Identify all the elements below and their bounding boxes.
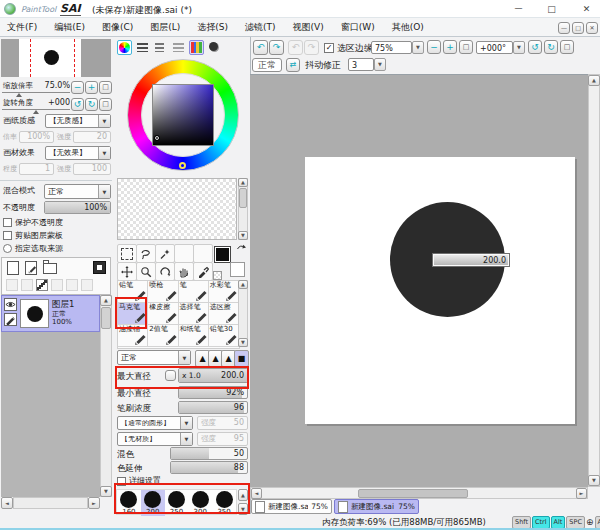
eyedropper-tool[interactable]	[193, 262, 213, 281]
nav-zoom-slider-marker[interactable]	[16, 93, 22, 97]
layer-list-hscrollbar[interactable]	[13, 497, 88, 509]
menu-view[interactable]: 视图(V)	[293, 23, 324, 32]
brush-pen[interactable]: 笔	[179, 281, 209, 303]
nav-zoom-in-button[interactable]: +	[85, 81, 98, 94]
foreground-color-swatch[interactable]	[214, 246, 231, 263]
swap-colors-icon[interactable]	[236, 244, 247, 253]
rgb-slider-tab[interactable]	[135, 40, 150, 55]
scroll-up-button[interactable]: ▲	[588, 75, 600, 86]
doc-minimize-button[interactable]: —	[558, 22, 570, 34]
nav-rotate-cw-button[interactable]: ↻	[85, 98, 98, 111]
scroll-down-button[interactable]: ▼	[588, 475, 600, 486]
scroll-left-button[interactable]: ◄	[251, 488, 262, 499]
layer-list-item[interactable]: 图层1 正常 100%	[1, 295, 100, 332]
merge-down-button[interactable]	[21, 279, 33, 291]
undo-button[interactable]: ↶	[253, 40, 268, 55]
scroll-left-button[interactable]: ◄	[1, 497, 13, 509]
minimize-button[interactable]: —	[510, 2, 527, 16]
paper-texture-select[interactable]: 【无质感】 ▼	[45, 114, 111, 128]
rect-select-tool[interactable]	[117, 244, 137, 263]
doc-close-button[interactable]: ✕	[586, 22, 598, 34]
brush-binary-pen[interactable]: 2值笔	[148, 325, 178, 347]
view-mode-button[interactable]: 正常	[252, 58, 282, 72]
preset-350[interactable]: 350	[212, 490, 236, 516]
rotate-cw-button[interactable]: ↻	[544, 40, 558, 54]
brush-min-size-slider[interactable]: 92%	[178, 386, 248, 399]
scroll-down-button[interactable]: ▼	[238, 503, 248, 515]
reselect-button[interactable]: ↷	[304, 40, 319, 55]
preset-160[interactable]: 160	[117, 490, 141, 516]
brush-grid-scrollbar[interactable]	[238, 280, 248, 347]
layer-mask-button[interactable]	[93, 261, 106, 274]
canvas-viewport[interactable]: 200.0	[250, 74, 588, 487]
new-linework-layer-button[interactable]	[25, 261, 37, 275]
new-layer-set-button[interactable]	[43, 263, 57, 274]
menu-others[interactable]: 其他(O)	[392, 23, 424, 32]
menu-filter[interactable]: 滤镜(T)	[245, 23, 276, 32]
brush-bucket[interactable]: 油漆桶	[118, 325, 148, 347]
brush-blend-mode-select[interactable]: 正常 ▼	[117, 350, 191, 365]
menu-image[interactable]: 图像(C)	[102, 23, 133, 32]
color-wheel-tab[interactable]	[117, 40, 132, 55]
brush-edge-square-button[interactable]: ■	[234, 350, 249, 367]
chevron-down-icon[interactable]: ▼	[98, 115, 110, 127]
scroll-up-button[interactable]: ▲	[100, 295, 112, 306]
menu-edit[interactable]: 编辑(E)	[54, 23, 85, 32]
zoom-in-button[interactable]: +	[443, 40, 457, 54]
maximize-button[interactable]: □	[543, 2, 560, 16]
brush-select-pen[interactable]: 选择笔	[179, 303, 209, 325]
brush-select-eraser[interactable]: 选区擦	[209, 303, 239, 325]
flip-view-button[interactable]: ⇄	[286, 58, 300, 72]
effect-strength-slider[interactable]: 100	[73, 163, 111, 175]
preset-300[interactable]: 300	[188, 490, 212, 516]
layer-paint-indicator[interactable]	[4, 313, 17, 326]
brush-paper-pen[interactable]: 和纸笔	[179, 325, 209, 347]
effect-amount-slider[interactable]: 1	[19, 163, 54, 175]
brush-watercolor[interactable]: 水彩笔	[209, 281, 239, 303]
nav-zoom-reset-button[interactable]: □	[99, 81, 112, 94]
brush-marker[interactable]: 马克笔	[118, 303, 148, 325]
move-tool[interactable]	[117, 262, 137, 281]
scroll-right-button[interactable]: ►	[576, 488, 587, 499]
navigator-preview[interactable]	[1, 39, 111, 77]
stabilizer-combo[interactable]: 3	[348, 58, 374, 71]
zoom-dropdown-button[interactable]: ▼	[412, 41, 424, 54]
angle-combo[interactable]: +000°	[476, 41, 513, 54]
hand-tool[interactable]	[174, 262, 194, 281]
brush-size-unit-button[interactable]	[165, 370, 176, 381]
close-button[interactable]: ✕	[578, 2, 595, 16]
delete-layer-button[interactable]	[51, 279, 63, 291]
advanced-settings-checkbox[interactable]	[117, 477, 126, 486]
brush-dilution-slider[interactable]: 88	[170, 461, 248, 474]
transparent-color-toggle[interactable]	[213, 271, 222, 280]
rotate-reset-button[interactable]: □	[560, 40, 574, 54]
chevron-down-icon[interactable]: ▼	[98, 185, 110, 198]
scroll-up-button[interactable]: ▲	[238, 280, 248, 289]
sv-selector[interactable]	[154, 135, 160, 141]
layer-opacity-slider[interactable]: 100%	[44, 201, 111, 214]
stabilizer-dropdown-button[interactable]: ▼	[374, 58, 386, 71]
deselect-button[interactable]: ↶	[288, 40, 303, 55]
empty-tool-slot[interactable]	[174, 244, 194, 263]
scratchpad-tab[interactable]	[207, 40, 222, 55]
zoom-out-button[interactable]: −	[427, 40, 441, 54]
brush-size-slider[interactable]: x 1.0 200.0	[178, 368, 248, 383]
canvas-vscrollbar[interactable]	[588, 74, 600, 487]
canvas-page[interactable]: 200.0	[305, 157, 575, 424]
scroll-up-button[interactable]: ▲	[238, 489, 248, 501]
rotate-ccw-button[interactable]: ↺	[528, 40, 542, 54]
brush-shape-strength-slider[interactable]: 强度 50	[197, 416, 248, 430]
hue-marker[interactable]	[179, 162, 186, 169]
brush-pencil30[interactable]: 铅笔30	[209, 325, 239, 347]
menu-window[interactable]: 窗口(W)	[341, 23, 375, 32]
zoom-combo[interactable]: 75%	[371, 41, 412, 54]
sv-square[interactable]	[152, 84, 214, 146]
scratchpad-scroll-thumb[interactable]	[239, 188, 247, 208]
scroll-up-button[interactable]: ▲	[238, 178, 248, 187]
empty-tool-slot[interactable]	[193, 244, 213, 263]
background-color-swatch[interactable]	[230, 262, 245, 277]
scratchpad-area[interactable]	[117, 178, 237, 240]
scroll-right-button[interactable]: ►	[88, 497, 100, 509]
paper-scale-slider[interactable]: 100%	[19, 131, 54, 143]
brush-density-slider[interactable]: 96	[178, 401, 248, 414]
